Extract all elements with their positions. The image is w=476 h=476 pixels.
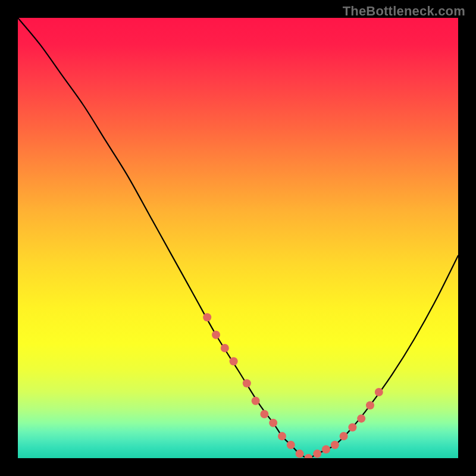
bottleneck-curve [18, 18, 458, 458]
highlight-dot [221, 344, 229, 352]
highlight-dot [278, 432, 286, 440]
chart-frame: TheBottleneck.com [0, 0, 476, 476]
highlight-dot [348, 423, 356, 431]
highlight-dot [296, 450, 304, 458]
highlight-dot [287, 441, 295, 449]
highlight-dot [203, 313, 211, 321]
highlight-dot [243, 379, 251, 387]
highlight-dot [322, 445, 330, 453]
curve-svg [18, 18, 458, 458]
highlight-dot [252, 397, 260, 405]
highlight-dot [304, 454, 312, 458]
highlight-dot [357, 414, 365, 422]
highlight-dot [366, 401, 374, 409]
highlight-dot [375, 388, 383, 396]
highlight-dots [203, 313, 383, 458]
highlight-dot [331, 441, 339, 449]
highlight-dot [340, 432, 348, 440]
plot-area [18, 18, 458, 458]
highlight-dot [260, 410, 268, 418]
watermark-text: TheBottleneck.com [343, 4, 465, 19]
highlight-dot [230, 357, 238, 365]
highlight-dot [212, 331, 220, 339]
highlight-dot [269, 419, 277, 427]
highlight-dot [313, 450, 321, 458]
